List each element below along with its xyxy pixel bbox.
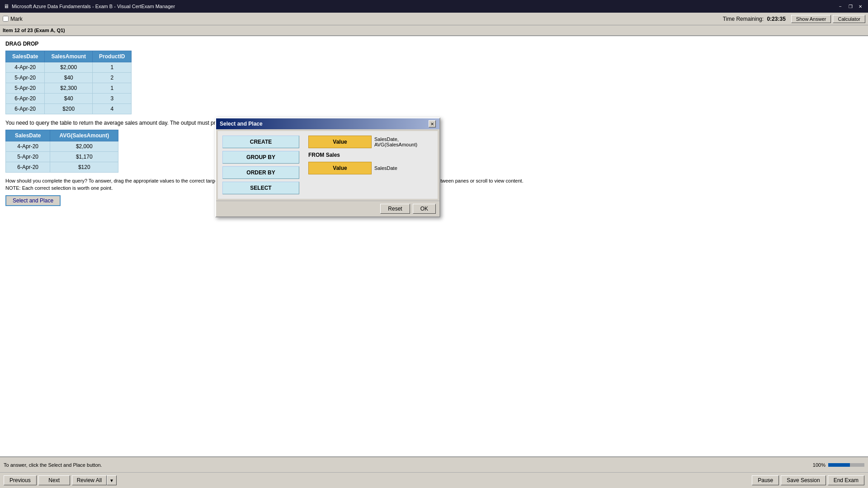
table-cell: $40 xyxy=(45,73,93,83)
table-row: 4-Apr-20$2,000 xyxy=(6,141,118,152)
review-all-button[interactable]: Review All xyxy=(72,475,107,485)
item-bar: Item 12 of 23 (Exam A, Q1) xyxy=(0,25,868,36)
table-cell: $2,300 xyxy=(45,83,93,94)
zoom-bar-fill xyxy=(828,463,850,467)
dialog-footer: Reset OK xyxy=(216,201,439,216)
table-cell: $120 xyxy=(50,162,118,173)
table-row: 6-Apr-20$120 xyxy=(6,162,118,173)
nav-right: Pause Save Session End Exam xyxy=(752,475,864,485)
table-row: 4-Apr-20$2,0001 xyxy=(6,62,132,73)
keyword-create[interactable]: CREATE xyxy=(222,136,299,148)
dialog-close-button[interactable]: ✕ xyxy=(429,120,436,127)
table-cell: 4-Apr-20 xyxy=(6,62,45,73)
value-label-1: SalesDate,AVG(SalesAmount) xyxy=(374,136,417,147)
table-cell: 1 xyxy=(93,62,132,73)
select-and-place-button[interactable]: Select and Place xyxy=(5,195,61,206)
table-cell: 6-Apr-20 xyxy=(6,94,45,104)
from-text: FROM Sales xyxy=(308,152,433,158)
table-row: 5-Apr-20$2,3001 xyxy=(6,83,132,94)
dialog-right-panel: Value SalesDate,AVG(SalesAmount) FROM Sa… xyxy=(308,136,433,174)
table-cell: $2,000 xyxy=(50,141,118,152)
zoom-level: 100% xyxy=(813,462,826,468)
table-row: 5-Apr-20$402 xyxy=(6,73,132,83)
mark-checkbox-container[interactable]: Mark xyxy=(3,16,23,22)
window-controls: − ❐ ✕ xyxy=(836,2,864,10)
value-slot-2: Value SalesDate xyxy=(308,162,433,174)
time-remaining-label: Time Remaining: 0:23:35 xyxy=(723,16,786,22)
restore-button[interactable]: ❐ xyxy=(846,2,854,10)
col-header-productid: ProductID xyxy=(93,51,132,62)
dialog-body: CREATE GROUP BY ORDER BY SELECT Value Sa… xyxy=(218,131,438,199)
dialog-left-panel: CREATE GROUP BY ORDER BY SELECT xyxy=(222,136,304,194)
value-slot-1: Value SalesDate,AVG(SalesAmount) xyxy=(308,136,433,148)
zoom-section: 100% xyxy=(813,462,864,468)
nav-left: Previous Next Review All ▼ xyxy=(4,475,117,485)
item-info-text: Item 12 of 23 (Exam A, Q1) xyxy=(3,28,65,33)
table-cell: 4 xyxy=(93,104,132,114)
result-col-salesdate: SalesDate xyxy=(6,130,50,141)
toolbar: Mark Time Remaining: 0:23:35 Show Answer… xyxy=(0,13,868,25)
toolbar-left: Mark xyxy=(3,16,23,22)
table-cell: 5-Apr-20 xyxy=(6,152,50,162)
dialog-title-bar: Select and Place ✕ xyxy=(216,118,439,129)
table-row: 6-Apr-20$403 xyxy=(6,94,132,104)
value-label-2: SalesDate xyxy=(374,165,397,171)
status-bar: To answer, click the Select and Place bu… xyxy=(0,456,868,472)
dialog-title-text: Select and Place xyxy=(220,121,263,127)
reset-button[interactable]: Reset xyxy=(380,204,410,214)
result-table: SalesDate AVG(SalesAmount) 4-Apr-20$2,00… xyxy=(5,130,118,173)
table-cell: 1 xyxy=(93,83,132,94)
table-cell: 3 xyxy=(93,94,132,104)
keyword-orderby[interactable]: ORDER BY xyxy=(222,166,299,179)
save-session-button[interactable]: Save Session xyxy=(781,475,826,485)
table-cell: $40 xyxy=(45,94,93,104)
table-cell: 5-Apr-20 xyxy=(6,73,45,83)
drag-drop-label: DRAG DROP xyxy=(5,41,863,47)
source-table: SalesDate SalesAmount ProductID 4-Apr-20… xyxy=(5,51,132,114)
result-col-avg: AVG(SalesAmount) xyxy=(50,130,118,141)
table-cell: 4-Apr-20 xyxy=(6,141,50,152)
nav-bar: Previous Next Review All ▼ Pause Save Se… xyxy=(0,472,868,488)
table-cell: 6-Apr-20 xyxy=(6,162,50,173)
review-dropdown-button[interactable]: ▼ xyxy=(107,475,117,485)
end-exam-button[interactable]: End Exam xyxy=(828,475,864,485)
toolbar-buttons: Show Answer Calculator xyxy=(791,15,865,23)
keyword-groupby[interactable]: GROUP BY xyxy=(222,151,299,164)
calculator-button[interactable]: Calculator xyxy=(833,15,865,23)
show-answer-button[interactable]: Show Answer xyxy=(791,15,831,23)
mark-label: Mark xyxy=(10,16,23,22)
zoom-bar xyxy=(828,463,864,467)
window-title: 🖥 Microsoft Azure Data Fundamentals - Ex… xyxy=(4,3,175,9)
table-cell: 2 xyxy=(93,73,132,83)
next-button[interactable]: Next xyxy=(38,475,70,485)
window-title-text: Microsoft Azure Data Fundamentals - Exam… xyxy=(12,4,175,9)
previous-button[interactable]: Previous xyxy=(4,475,37,485)
table-cell: 6-Apr-20 xyxy=(6,104,45,114)
review-btn-container: Review All ▼ xyxy=(72,475,117,485)
main-content: DRAG DROP SalesDate SalesAmount ProductI… xyxy=(0,36,868,456)
table-cell: $200 xyxy=(45,104,93,114)
title-bar: 🖥 Microsoft Azure Data Fundamentals - Ex… xyxy=(0,0,868,13)
select-place-dialog: Select and Place ✕ CREATE GROUP BY ORDER… xyxy=(215,117,440,217)
mark-checkbox[interactable] xyxy=(3,16,9,22)
keyword-select[interactable]: SELECT xyxy=(222,182,299,194)
col-header-salesamount: SalesAmount xyxy=(45,51,93,62)
pause-button[interactable]: Pause xyxy=(752,475,779,485)
value-box-1[interactable]: Value xyxy=(308,136,372,148)
col-header-salesdate: SalesDate xyxy=(6,51,45,62)
close-button[interactable]: ✕ xyxy=(856,2,864,10)
table-cell: 5-Apr-20 xyxy=(6,83,45,94)
value-box-2[interactable]: Value xyxy=(308,162,372,174)
table-row: 6-Apr-20$2004 xyxy=(6,104,132,114)
ok-button[interactable]: OK xyxy=(413,204,436,214)
table-cell: $1,170 xyxy=(50,152,118,162)
status-instruction: To answer, click the Select and Place bu… xyxy=(4,462,102,468)
table-row: 5-Apr-20$1,170 xyxy=(6,152,118,162)
table-cell: $2,000 xyxy=(45,62,93,73)
minimize-button[interactable]: − xyxy=(836,2,844,10)
